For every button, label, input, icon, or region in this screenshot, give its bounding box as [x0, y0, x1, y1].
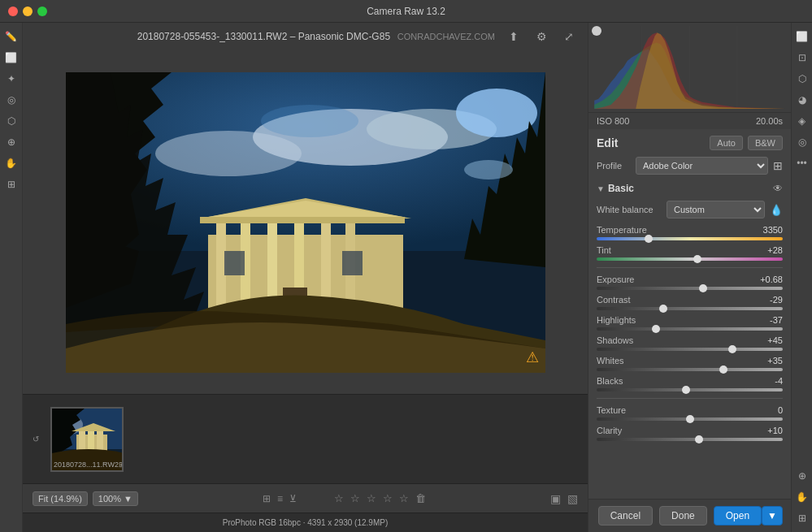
warning-icon: ⚠ [526, 348, 539, 366]
temperature-slider-row: Temperature 3350 [597, 225, 783, 240]
blacks-thumb[interactable] [682, 386, 690, 394]
contrast-track[interactable] [597, 307, 783, 310]
close-button[interactable] [8, 6, 18, 16]
delete-icon[interactable]: 🗑 [415, 492, 426, 504]
grid-view-icon[interactable]: ⊞ [263, 493, 271, 504]
texture-track[interactable] [597, 417, 783, 421]
filmstrip-name: 20180728...11.RW2 [54, 461, 119, 469]
basic-section-title: ▼ Basic [597, 183, 634, 194]
contrast-thumb[interactable] [659, 305, 667, 313]
exposure-track[interactable] [597, 287, 783, 290]
title-bar: Camera Raw 13.2 [0, 0, 812, 23]
filmstrip-rotate-icon[interactable]: ↺ [33, 435, 39, 443]
tool-sample-icon[interactable]: ⊞ [2, 175, 20, 193]
blacks-slider-row: Blacks -4 [597, 376, 783, 391]
filmstrip-thumb[interactable]: 20180728...11.RW2 ⊞ [50, 407, 124, 472]
done-button[interactable]: Done [659, 506, 707, 526]
compare-single-icon[interactable]: ▣ [550, 492, 561, 505]
rail-crop-rail-icon[interactable]: ⬡ [793, 70, 811, 88]
basic-section-header[interactable]: ▼ Basic 👁 [597, 183, 783, 194]
profile-select[interactable]: Adobe Color [636, 157, 768, 175]
tool-zoom-icon[interactable]: ⊕ [2, 133, 20, 151]
auto-button[interactable]: Auto [710, 136, 743, 150]
shadows-track[interactable] [597, 348, 783, 351]
collapse-triangle-icon: ▼ [597, 184, 605, 193]
rail-color-icon[interactable]: ◕ [793, 91, 811, 109]
exposure-value: +0.68 [753, 275, 783, 284]
blacks-track[interactable] [597, 388, 783, 391]
tool-hand-icon[interactable]: ✋ [2, 154, 20, 172]
rail-fullscreen-icon[interactable]: ⬜ [793, 28, 811, 45]
visibility-icon[interactable]: 👁 [773, 183, 783, 194]
shadows-label: Shadows [597, 335, 633, 345]
star-1-icon[interactable]: ☆ [334, 492, 344, 504]
open-button[interactable]: Open [714, 506, 762, 526]
eyedropper-icon[interactable]: 💧 [770, 204, 783, 216]
status-text: ProPhoto RGB 16bpc · 4391 x 2930 (12.9MP… [223, 518, 388, 527]
star-3-icon[interactable]: ☆ [367, 492, 376, 504]
tool-heal-icon[interactable]: ✦ [2, 70, 20, 88]
divider-1 [597, 267, 783, 268]
filename-bar: 20180728-055453-_1330011.RW2 – Panasonic… [23, 23, 588, 50]
minimize-button[interactable] [23, 6, 33, 16]
edit-header: Edit Auto B&W [597, 136, 783, 150]
cancel-button[interactable]: Cancel [598, 506, 653, 526]
texture-thumb[interactable] [686, 415, 694, 423]
star-2-icon[interactable]: ☆ [350, 492, 360, 504]
tool-crop-icon[interactable]: ⬜ [2, 49, 20, 67]
star-5-icon[interactable]: ☆ [399, 492, 409, 504]
svg-rect-17 [224, 251, 245, 275]
list-view-icon[interactable]: ≡ [277, 493, 283, 504]
wb-select[interactable]: Custom [667, 201, 765, 218]
settings-icon[interactable]: ⚙ [532, 28, 550, 45]
rail-detail-icon[interactable]: ◈ [793, 112, 811, 130]
whites-thumb[interactable] [719, 365, 727, 374]
save-icon[interactable]: ⬆ [505, 28, 523, 45]
clarity-track[interactable] [597, 438, 783, 441]
tint-thumb[interactable] [693, 255, 701, 263]
exposure-thumb[interactable] [699, 284, 707, 292]
zoom-pct-button[interactable]: 100% ▼ [93, 491, 138, 506]
star-4-icon[interactable]: ☆ [383, 492, 393, 504]
window-controls[interactable] [8, 6, 47, 16]
right-panel: ISO 800 20.00s Edit Auto B&W Profile Ado… [588, 23, 791, 532]
whites-slider-row: Whites +35 [597, 356, 783, 371]
bw-button[interactable]: B&W [748, 136, 783, 150]
profile-grid-icon[interactable]: ⊞ [773, 159, 783, 172]
whites-value: +35 [753, 356, 783, 365]
clarity-thumb[interactable] [695, 435, 703, 443]
rail-more-icon[interactable]: ••• [793, 154, 811, 172]
filter-icon[interactable]: ⊻ [289, 493, 297, 504]
rail-adjust-icon[interactable]: ⊡ [793, 49, 811, 67]
divider-2 [597, 398, 783, 399]
whites-track[interactable] [597, 368, 783, 371]
image-area: 20180728-055453-_1330011.RW2 – Panasonic… [23, 23, 588, 532]
texture-label: Texture [597, 405, 626, 415]
highlight-clipping-indicator[interactable] [592, 26, 601, 36]
rail-lens-icon[interactable]: ◎ [793, 133, 811, 151]
canvas-area: ⚠ [23, 50, 588, 394]
tool-mask-icon[interactable]: ⬡ [2, 112, 20, 130]
shadows-value: +45 [753, 335, 783, 345]
expand-icon[interactable]: ⤢ [560, 28, 578, 45]
blacks-value: -4 [753, 376, 783, 386]
svg-point-19 [464, 160, 513, 179]
maximize-button[interactable] [37, 6, 47, 16]
tool-redeye-icon[interactable]: ◎ [2, 91, 20, 109]
highlights-thumb[interactable] [652, 325, 660, 333]
tint-track[interactable] [597, 257, 783, 261]
filmstrip: ↺ 20180728...11.RW2 ⊞ [23, 394, 588, 483]
zoom-fit-button[interactable]: Fit (14.9%) [33, 491, 88, 506]
texture-slider-row: Texture 0 [597, 405, 783, 421]
shadows-thumb[interactable] [728, 345, 736, 353]
temperature-track[interactable] [597, 237, 783, 240]
open-dropdown-arrow[interactable]: ▼ [762, 506, 783, 526]
bottom-toolbar: Fit (14.9%) 100% ▼ ⊞ ≡ ⊻ ☆ ☆ ☆ ☆ ☆ 🗑 ▣ [23, 483, 588, 513]
rail-grid-icon[interactable]: ⊞ [793, 509, 811, 527]
temperature-thumb[interactable] [645, 235, 653, 243]
tool-edit-icon[interactable]: ✏️ [2, 28, 20, 45]
highlights-track[interactable] [597, 327, 783, 331]
compare-split-icon[interactable]: ▧ [567, 492, 578, 505]
rail-hand-icon[interactable]: ✋ [793, 488, 811, 506]
rail-zoom-icon[interactable]: ⊕ [793, 467, 811, 485]
